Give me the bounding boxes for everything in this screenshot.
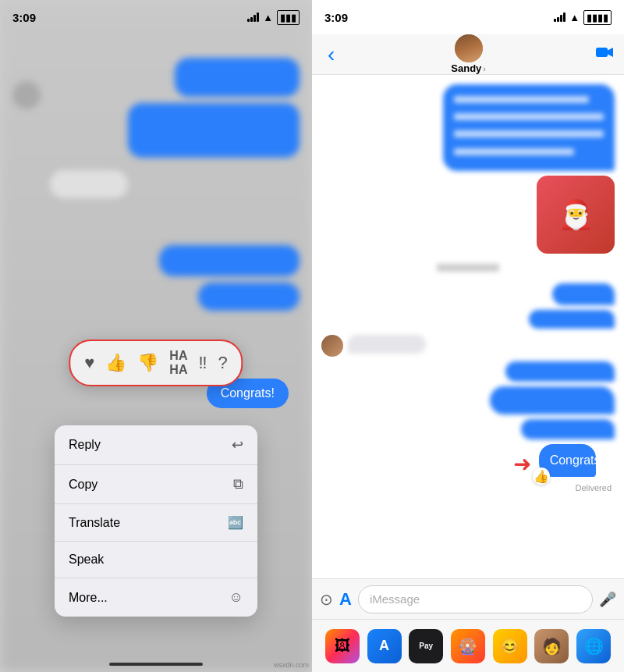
video-call-button[interactable]	[596, 45, 615, 63]
message-bubble-6	[490, 386, 615, 414]
blurred-bubble-2	[128, 103, 300, 158]
blurred-bubble-5	[198, 283, 300, 311]
message-input[interactable]: iMessage	[358, 585, 593, 613]
reaction-bar[interactable]: ♥ 👍 👎 HAHA ‼ ?	[69, 340, 243, 386]
contact-avatar-right	[455, 34, 483, 62]
reaction-emphasis[interactable]: ‼	[198, 353, 207, 373]
blurred-bubble-4	[159, 245, 300, 276]
translate-label: Translate	[69, 516, 120, 530]
message-row-image: 🎅	[321, 176, 615, 254]
congrats-label-left: Congrats!	[221, 386, 275, 400]
status-icons-left: ▲ ▮▮▮	[247, 10, 300, 25]
home-indicator	[109, 663, 203, 666]
delivered-status: Delivered	[321, 483, 615, 492]
reply-icon: ↩	[232, 436, 243, 453]
copy-label: Copy	[69, 478, 98, 492]
message-bubble-5	[505, 361, 615, 382]
wifi-icon-right: ▲	[569, 12, 580, 23]
dock-person-button[interactable]: 🧑	[534, 629, 569, 663]
dock-photos-button[interactable]: 🖼	[325, 629, 360, 663]
copy-icon: ⧉	[233, 476, 243, 492]
signal-icon	[247, 12, 259, 22]
blurred-chat-area	[0, 34, 312, 325]
status-bar-left: 3:09 ▲ ▮▮▮	[0, 0, 312, 34]
more-icon: ☺	[229, 589, 243, 606]
status-bar-right: 3:09 ▲ ▮▮▮▮	[312, 0, 624, 34]
battery-icon: ▮▮▮	[277, 10, 300, 25]
blurred-bubble-1	[175, 58, 300, 97]
message-bubble-4	[348, 335, 426, 354]
reaction-haha[interactable]: HAHA	[169, 349, 187, 377]
red-arrow-icon: ➜	[513, 451, 531, 477]
status-time-right: 3:09	[324, 11, 348, 24]
message-bubble-2	[552, 283, 615, 305]
message-bubble-3	[529, 310, 615, 329]
congrats-row: ➜ Congrats! 👍	[321, 444, 615, 477]
more-label: More...	[69, 591, 108, 605]
input-placeholder: iMessage	[370, 592, 420, 606]
svg-rect-0	[596, 48, 608, 57]
context-menu: Reply ↩ Copy ⧉ Translate 🔤 Speak More...…	[55, 425, 257, 617]
dock-applepay-button[interactable]: Pay	[409, 629, 443, 663]
avatar-image	[455, 34, 483, 62]
left-panel: 3:09 ▲ ▮▮▮ ♥ 👍 👎 HAHA ‼ ?	[0, 0, 312, 672]
status-time-left: 3:09	[12, 11, 36, 24]
message-row-4	[321, 335, 615, 357]
message-bubble-7	[521, 419, 615, 439]
watermark: wsxdn.com	[274, 661, 309, 669]
image-bubble: 🎅	[537, 176, 615, 254]
reaction-bar-container: ♥ 👍 👎 HAHA ‼ ?	[69, 340, 243, 386]
menu-item-translate[interactable]: Translate 🔤	[55, 504, 257, 542]
app-store-icon[interactable]: A	[339, 589, 352, 610]
messages-area[interactable]: 🎅 ➜	[312, 75, 624, 578]
reaction-heart[interactable]: ♥	[84, 353, 94, 373]
message-row-6	[321, 386, 615, 414]
contact-avatar-left	[12, 81, 41, 109]
reaction-thumbsdown[interactable]: 👎	[137, 353, 158, 373]
signal-icon-right	[554, 12, 566, 22]
back-button[interactable]: ‹	[321, 39, 341, 70]
message-bubble-1	[443, 84, 615, 171]
dock-memoji-button[interactable]: 😊	[493, 629, 527, 663]
reaction-question[interactable]: ?	[218, 353, 227, 373]
nav-bar: ‹ Sandy ›	[312, 34, 624, 75]
dock-stickers-button[interactable]: 🎡	[451, 629, 485, 663]
menu-item-copy[interactable]: Copy ⧉	[55, 465, 257, 504]
thumbs-up-reaction: 👍	[533, 468, 550, 485]
mic-icon[interactable]: 🎤	[599, 591, 616, 608]
status-icons-right: ▲ ▮▮▮▮	[554, 10, 612, 25]
app-dock: 🖼 A Pay 🎡 😊 🧑 🌐	[312, 619, 624, 672]
message-row-5	[321, 361, 615, 382]
chevron-icon: ›	[483, 64, 486, 73]
right-panel: 3:09 ▲ ▮▮▮▮ ‹ Sandy ›	[312, 0, 624, 672]
nav-center[interactable]: Sandy ›	[451, 34, 486, 74]
wifi-icon: ▲	[263, 12, 273, 23]
translate-icon: 🔤	[228, 515, 243, 530]
timestamp	[321, 263, 615, 274]
message-row-1	[321, 84, 615, 171]
menu-item-reply[interactable]: Reply ↩	[55, 425, 257, 465]
menu-item-more[interactable]: More... ☺	[55, 578, 257, 617]
dock-appstore-button[interactable]: A	[367, 629, 402, 663]
reaction-thumbsup[interactable]: 👍	[105, 353, 126, 373]
camera-icon[interactable]: ⊙	[320, 590, 333, 609]
message-row-2	[321, 283, 615, 305]
speak-label: Speak	[69, 553, 104, 567]
congrats-bubble-wrapper: Congrats! 👍	[539, 444, 615, 477]
blurred-bubble-3	[50, 170, 128, 198]
dock-world-button[interactable]: 🌐	[576, 629, 611, 663]
contact-name: Sandy ›	[451, 62, 486, 74]
message-row-3	[321, 310, 615, 330]
input-bar: ⊙ A iMessage 🎤	[312, 578, 624, 619]
mini-avatar	[321, 335, 343, 357]
reply-label: Reply	[69, 438, 101, 452]
menu-item-speak[interactable]: Speak	[55, 542, 257, 578]
message-row-7	[321, 419, 615, 439]
battery-icon-right: ▮▮▮▮	[583, 10, 612, 25]
